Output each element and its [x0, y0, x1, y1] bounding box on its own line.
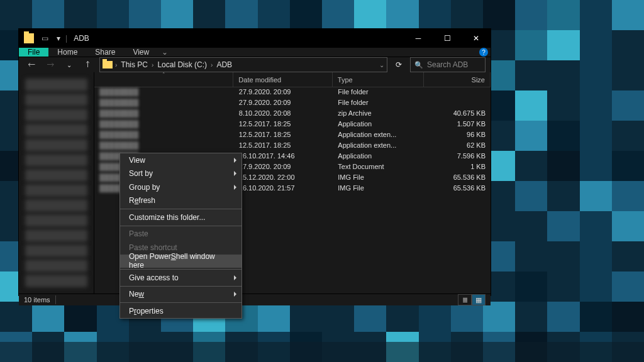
search-box[interactable]: 🔍 Search ADB	[410, 57, 486, 72]
status-divider	[55, 295, 56, 304]
ribbon-view-tab[interactable]: View	[124, 48, 158, 57]
ctx-separator	[120, 302, 242, 303]
window-title: ADB	[74, 34, 89, 43]
table-row[interactable]: ████████12.5.2017. 18:25Application exte…	[94, 141, 491, 151]
ribbon-file-tab[interactable]: File	[19, 48, 48, 57]
table-row[interactable]: ████████8.10.2020. 20:08zip Archive40.67…	[94, 109, 491, 119]
ribbon: File Home Share View ⌄ ?	[19, 48, 491, 57]
breadcrumb-item[interactable]: ADB	[215, 60, 233, 69]
quick-access-toolbar: ▭ ▾	[39, 31, 64, 45]
ctx-give-access[interactable]: Give access to	[120, 271, 242, 285]
cell-type: Application exten...	[333, 130, 424, 141]
forward-button[interactable]: 🡒	[43, 57, 58, 72]
help-button[interactable]: ?	[477, 48, 491, 57]
search-placeholder: Search ADB	[427, 60, 468, 69]
cell-size: 7.596 KB	[424, 151, 491, 162]
context-menu: View Sort by Group by Refresh Customize …	[119, 153, 242, 319]
breadcrumb-item[interactable]: Local Disk (C:)	[156, 60, 208, 69]
cell-date: 27.9.2020. 20:09	[234, 162, 333, 173]
ctx-separator	[120, 226, 242, 226]
cell-size	[424, 98, 491, 109]
cell-type: Application	[333, 151, 424, 162]
search-icon: 🔍	[414, 61, 423, 69]
cell-size: 40.675 KB	[424, 109, 491, 119]
qat-properties-icon[interactable]: ▭	[39, 31, 50, 45]
ribbon-share-tab[interactable]: Share	[86, 48, 124, 57]
taskbar[interactable]	[0, 342, 644, 362]
large-icons-view-button[interactable]: ▦	[472, 294, 486, 305]
minimize-button[interactable]: ─	[404, 29, 433, 48]
ctx-paste: Paste	[120, 228, 242, 241]
breadcrumb-item[interactable]: This PC	[119, 60, 149, 69]
column-name[interactable]: ˄	[94, 72, 233, 87]
cell-size: 96 KB	[424, 130, 491, 141]
cell-size: 65.536 KB	[424, 184, 491, 194]
up-button[interactable]: 🡑	[80, 57, 96, 72]
ctx-sort-by[interactable]: Sort by	[120, 167, 242, 181]
cell-date: 26.10.2017. 14:46	[234, 151, 333, 162]
maximize-button[interactable]: ☐	[433, 29, 462, 48]
cell-date: 12.5.2017. 18:25	[234, 141, 333, 151]
cell-date: 12.5.2017. 18:25	[234, 119, 333, 130]
cell-type: Text Document	[333, 162, 424, 173]
cell-name: ████████	[94, 130, 234, 141]
cell-type: Application exten...	[333, 141, 424, 151]
details-view-button[interactable]: ≣	[458, 294, 472, 305]
ctx-view[interactable]: View	[120, 153, 242, 167]
table-row[interactable]: ████████27.9.2020. 20:09File folder	[94, 98, 491, 109]
recent-locations-button[interactable]: ⌄	[62, 57, 77, 72]
column-headers: ˄ Date modified Type Size	[94, 72, 491, 87]
close-button[interactable]: ✕	[462, 29, 491, 48]
cell-size: 65.536 KB	[424, 173, 491, 184]
column-type[interactable]: Type	[333, 72, 424, 87]
table-row[interactable]: ████████12.5.2017. 18:25Application exte…	[94, 130, 491, 141]
ctx-customize[interactable]: Customize this folder...	[120, 211, 242, 224]
item-count: 10 items	[24, 296, 50, 304]
cell-date: 12.5.2017. 18:25	[234, 130, 333, 141]
ctx-refresh[interactable]: Refresh	[120, 194, 242, 208]
address-dropdown-icon[interactable]: ⌄	[379, 62, 384, 69]
breadcrumb-separator: ›	[152, 62, 153, 69]
cell-size: 62 KB	[424, 141, 491, 151]
cell-date: 15.12.2020. 22:00	[234, 173, 333, 184]
cell-type: File folder	[333, 98, 424, 109]
status-bar: 10 items ≣ ▦	[19, 293, 491, 305]
cell-date: 16.10.2020. 21:57	[234, 184, 333, 194]
ctx-separator	[120, 286, 242, 287]
table-row[interactable]: ████████27.9.2020. 20:09File folder	[94, 87, 491, 98]
explorer-window: ▭ ▾ | ADB ─ ☐ ✕ File Home Share View ⌄ ?…	[19, 29, 491, 295]
cell-date: 27.9.2020. 20:09	[234, 98, 333, 109]
qat-new-folder-icon[interactable]: ▾	[53, 31, 64, 45]
ctx-properties[interactable]: Properties	[120, 304, 242, 318]
breadcrumb-separator: ›	[211, 62, 213, 69]
folder-icon	[24, 33, 34, 43]
cell-type: Application	[333, 119, 424, 130]
cell-name: ████████	[94, 119, 234, 130]
cell-size: 1 KB	[424, 162, 491, 173]
cell-size	[424, 87, 491, 98]
titlebar-divider: |	[65, 34, 67, 43]
cell-name: ████████	[94, 87, 234, 98]
column-date[interactable]: Date modified	[233, 72, 333, 87]
folder-icon	[103, 61, 113, 69]
cell-name: ████████	[94, 109, 234, 119]
table-row[interactable]: ████████12.5.2017. 18:25Application1.507…	[94, 119, 491, 130]
cell-type: IMG File	[333, 173, 424, 184]
titlebar[interactable]: ▭ ▾ | ADB ─ ☐ ✕	[19, 29, 491, 48]
ctx-group-by[interactable]: Group by	[120, 180, 242, 194]
cell-size: 1.507 KB	[424, 119, 491, 130]
refresh-button[interactable]: ⟳	[391, 57, 406, 72]
ribbon-expand-icon[interactable]: ⌄	[158, 48, 172, 57]
navigation-pane[interactable]	[19, 72, 94, 293]
ctx-new[interactable]: New	[120, 288, 242, 302]
cell-type: zip Archive	[333, 109, 424, 119]
back-button[interactable]: 🡐	[24, 57, 39, 72]
cell-date: 8.10.2020. 20:08	[234, 109, 333, 119]
cell-type: IMG File	[333, 184, 424, 194]
cell-name: ████████	[94, 141, 234, 151]
ctx-open-powershell[interactable]: Open PowerShell window here	[120, 255, 242, 268]
ribbon-home-tab[interactable]: Home	[48, 48, 86, 57]
column-size[interactable]: Size	[424, 72, 491, 87]
nav-toolbar: 🡐 🡒 ⌄ 🡑 › This PC › Local Disk (C:) › AD…	[19, 57, 491, 72]
address-bar[interactable]: › This PC › Local Disk (C:) › ADB ⌄	[99, 57, 387, 72]
